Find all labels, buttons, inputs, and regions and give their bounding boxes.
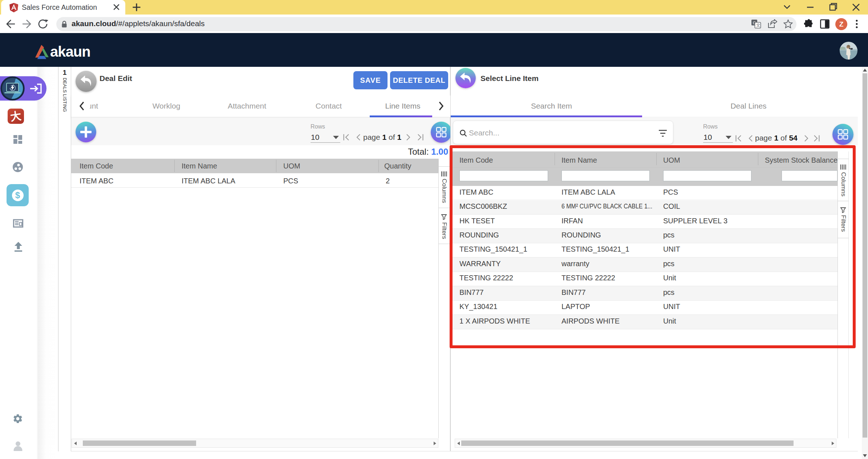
- svg-text:文: 文: [756, 23, 760, 28]
